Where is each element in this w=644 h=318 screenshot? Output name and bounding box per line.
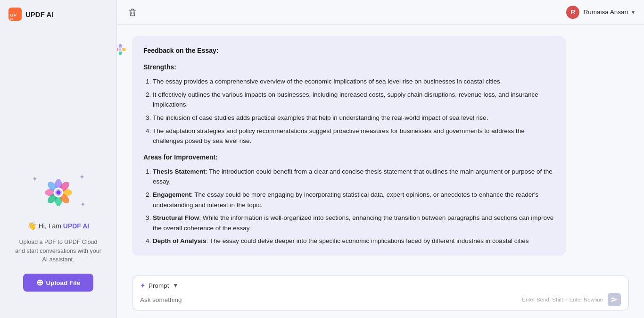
send-icon — [611, 296, 618, 303]
input-area: ✦ Prompt ▼ Enter Send; Shift + Enter New… — [117, 270, 644, 318]
sparkle-icon-tl: ✦ — [32, 175, 38, 183]
ai-bubble-icon — [117, 43, 126, 58]
sidebar: UP DF UPDF AI ✦ ✦ ✦ — [0, 0, 117, 318]
delete-button[interactable] — [126, 6, 139, 18]
list-item: It effectively outlines the various impa… — [153, 90, 554, 110]
message-content: Feedback on the Essay: Strengths: The es… — [143, 45, 554, 246]
send-button[interactable] — [608, 293, 621, 306]
ask-input[interactable] — [140, 296, 522, 303]
svg-point-19 — [119, 48, 121, 50]
improvement-text-1: : The essay could be more engaging by in… — [153, 191, 538, 209]
strengths-heading: Strengths: — [143, 62, 554, 73]
sidebar-center-content: ✦ ✦ ✦ 👋 Hi, I am — [14, 171, 103, 292]
strengths-list: The essay provides a comprehensive overv… — [143, 76, 554, 146]
wave-emoji: 👋 — [27, 222, 37, 230]
sparkle-icon-tr: ✦ — [79, 173, 85, 181]
user-avatar: R — [566, 6, 579, 19]
svg-point-13 — [56, 190, 60, 194]
main-header: R Rumaisa Ansari ▾ — [117, 0, 644, 25]
sparkle-icon-br: ✦ — [80, 201, 86, 208]
trash-icon — [128, 8, 137, 17]
app-logo-text: UPDF AI — [25, 10, 53, 18]
input-box: ✦ Prompt ▼ Enter Send; Shift + Enter New… — [132, 276, 629, 310]
greeting-prefix: Hi, I am — [39, 222, 63, 230]
improvement-label-1: Engagement — [153, 191, 191, 198]
sparkle-icon: ✦ — [140, 282, 146, 289]
chevron-down-icon: ▾ — [632, 9, 635, 16]
mascot-area: ✦ ✦ ✦ — [30, 171, 87, 214]
input-top-row: ✦ Prompt ▼ — [140, 282, 621, 289]
prompt-dropdown-button[interactable]: ▼ — [172, 282, 180, 289]
mascot-flower-icon — [44, 178, 73, 207]
ai-message-bubble: Feedback on the Essay: Strengths: The es… — [132, 36, 566, 256]
sidebar-logo: UP DF UPDF AI — [0, 8, 53, 21]
upload-file-button[interactable]: ⊕ Upload File — [23, 274, 94, 292]
input-bottom-row: Enter Send; Shift + Enter Newline — [140, 293, 621, 306]
user-initial: R — [571, 8, 575, 16]
improvement-text-2: : While the information is well-organize… — [153, 214, 553, 232]
prompt-label: Prompt — [149, 282, 169, 289]
user-menu[interactable]: R Rumaisa Ansari ▾ — [566, 6, 635, 19]
main-content: R Rumaisa Ansari ▾ Feedback on the Essay — [117, 0, 644, 318]
list-item: Thesis Statement: The introduction could… — [153, 167, 554, 187]
input-hint: Enter Send; Shift + Enter Newline — [522, 297, 603, 302]
user-name-label: Rumaisa Ansari — [583, 8, 628, 16]
message-title: Feedback on the Essay: — [143, 45, 554, 56]
improvement-text-3: : The essay could delve deeper into the … — [206, 237, 529, 244]
updf-logo-icon: UP DF — [8, 8, 22, 21]
list-item: The essay provides a comprehensive overv… — [153, 76, 554, 87]
list-item: The inclusion of case studies adds pract… — [153, 113, 554, 123]
improvement-label-3: Depth of Analysis — [153, 237, 206, 244]
list-item: Depth of Analysis: The essay could delve… — [153, 236, 554, 246]
improvement-text-0: : The introduction could benefit from a … — [153, 168, 553, 185]
list-item: The adaptation strategies and policy rec… — [153, 126, 554, 146]
list-item: Structural Flow: While the information i… — [153, 213, 554, 233]
greeting-text: 👋 Hi, I am UPDF AI — [27, 221, 90, 230]
upload-button-label: Upload File — [46, 279, 81, 286]
improvement-label-0: Thesis Statement — [153, 168, 206, 175]
list-item: Engagement: The essay could be more enga… — [153, 190, 554, 210]
upload-plus-icon: ⊕ — [36, 278, 43, 287]
svg-text:DF: DF — [10, 17, 14, 20]
improvements-list: Thesis Statement: The introduction could… — [143, 167, 554, 246]
sidebar-sub-text: Upload a PDF to UPDF Cloud and start con… — [14, 238, 103, 264]
brand-name: UPDF AI — [63, 222, 89, 230]
chat-area: Feedback on the Essay: Strengths: The es… — [117, 25, 644, 270]
improvement-label-2: Structural Flow — [153, 214, 199, 221]
improvements-heading: Areas for Improvement: — [143, 152, 554, 163]
